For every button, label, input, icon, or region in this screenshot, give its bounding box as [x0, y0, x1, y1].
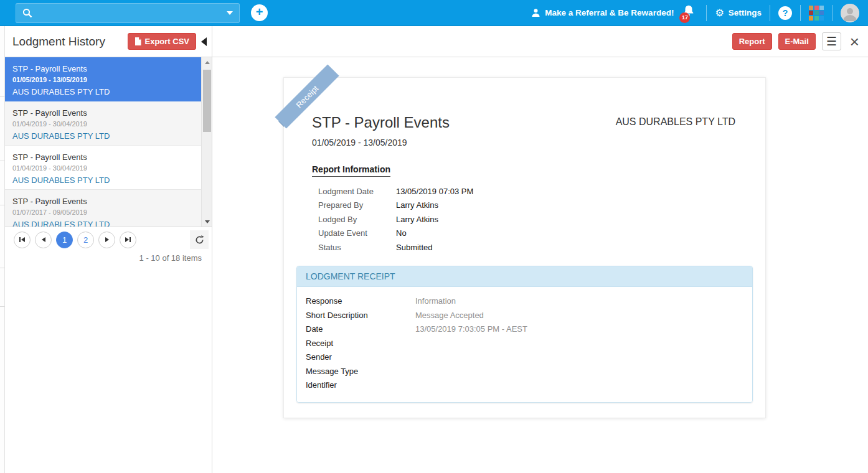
card-header: STP - Payroll Events 01/05/2019 - 13/05/…: [284, 78, 765, 148]
search-input[interactable]: [37, 8, 227, 17]
info-row: Status Submitted: [312, 240, 765, 255]
scroll-down-icon[interactable]: [202, 217, 212, 227]
list-item[interactable]: STP - Payroll Events 01/05/2019 - 13/05/…: [5, 57, 201, 101]
info-label: Status: [318, 243, 396, 252]
info-row: Lodged By Larry Atkins: [312, 212, 765, 227]
hamburger-icon: ☰: [826, 35, 837, 47]
list-item[interactable]: STP - Payroll Events 01/04/2019 - 30/04/…: [5, 146, 201, 190]
item-dates: 01/04/2019 - 30/04/2019: [12, 162, 194, 174]
global-search-combobox[interactable]: [16, 3, 240, 23]
collapse-panel-icon[interactable]: [201, 37, 207, 46]
detail-content: Receipt STP - Payroll Events 01/05/2019 …: [212, 57, 868, 473]
receipt-value: Information: [415, 296, 456, 306]
lodgment-receipt-panel: LODGMENT RECEIPT Response Information Sh…: [296, 266, 753, 403]
item-company: AUS DURABLES PTY LTD: [12, 174, 194, 186]
separator: [832, 5, 833, 21]
top-navigation-bar: + Make a Referral & Be Rewarded! 17 ⚙ Se…: [0, 0, 868, 26]
receipt-label: Response: [306, 296, 415, 306]
pager-next-button[interactable]: [98, 232, 115, 248]
receipt-row: Sender: [306, 350, 743, 365]
apps-grid-icon[interactable]: [809, 6, 824, 21]
pager-info: 1 - 10 of 18 items: [5, 253, 212, 263]
avatar-silhouette-icon: [841, 4, 859, 22]
separator: [800, 5, 801, 21]
item-title: STP - Payroll Events: [12, 196, 194, 207]
list-item[interactable]: STP - Payroll Events 01/07/2017 - 09/05/…: [5, 190, 201, 227]
item-title: STP - Payroll Events: [12, 152, 194, 162]
receipt-row: Receipt: [306, 336, 743, 350]
list-item[interactable]: STP - Payroll Events 01/04/2019 - 30/04/…: [5, 101, 201, 146]
item-title: STP - Payroll Events: [12, 63, 194, 74]
pager-page-1[interactable]: 1: [56, 232, 73, 248]
info-label: Update Event: [318, 228, 396, 238]
item-dates: 01/05/2019 - 13/05/2019: [12, 74, 194, 86]
info-label: Prepared By: [318, 200, 396, 210]
separator: [770, 5, 770, 21]
help-icon[interactable]: ?: [778, 6, 792, 20]
receipt-row: Identifier: [306, 378, 743, 393]
collapsed-side-strip[interactable]: [0, 26, 5, 473]
card-date-range: 01/05/2019 - 13/05/2019: [312, 138, 735, 148]
receipt-row: Response Information: [306, 294, 743, 309]
item-company: AUS DURABLES PTY LTD: [12, 218, 194, 227]
info-label: Lodged By: [318, 215, 396, 224]
card-company: AUS DURABLES PTY LTD: [616, 116, 735, 128]
detail-toolbar: Report E-Mail ☰ ×: [212, 26, 868, 57]
item-dates: 01/07/2017 - 09/05/2019: [12, 207, 194, 218]
refresh-button[interactable]: [190, 230, 209, 249]
pager-first-button[interactable]: [14, 232, 31, 248]
item-dates: 01/04/2019 - 30/04/2019: [12, 118, 194, 130]
receipt-label: Receipt: [306, 339, 415, 348]
separator: [706, 5, 707, 21]
person-icon: [531, 8, 540, 17]
receipt-card: Receipt STP - Payroll Events 01/05/2019 …: [283, 77, 766, 418]
receipt-label: Sender: [306, 352, 415, 362]
pager-page-2[interactable]: 2: [77, 232, 94, 248]
lodgment-list: STP - Payroll Events 01/05/2019 - 13/05/…: [5, 57, 212, 227]
referral-link[interactable]: Make a Referral & Be Rewarded!: [531, 8, 674, 17]
scroll-up-icon[interactable]: [202, 57, 212, 67]
referral-label: Make a Referral & Be Rewarded!: [545, 8, 674, 17]
info-row: Update Event No: [312, 227, 765, 241]
sidebar-header: Lodgment History Export CSV: [5, 26, 212, 57]
report-information-section: Report Information Lodgment Date 13/05/2…: [312, 164, 765, 255]
info-value: Larry Atkins: [396, 215, 438, 224]
lodgment-receipt-heading: LODGMENT RECEIPT: [297, 266, 752, 287]
scrollbar-thumb[interactable]: [203, 70, 211, 132]
settings-button[interactable]: ⚙ Settings: [715, 8, 762, 18]
info-value: Larry Atkins: [396, 200, 438, 210]
add-button[interactable]: +: [251, 4, 268, 21]
receipt-value: Message Accepted: [415, 311, 484, 320]
info-row: Prepared By Larry Atkins: [312, 199, 765, 213]
receipt-row: Short Description Message Accepted: [306, 308, 743, 322]
notifications-button[interactable]: 17: [682, 4, 698, 22]
search-icon: [22, 8, 32, 18]
menu-button[interactable]: ☰: [822, 32, 841, 50]
info-value: Submitted: [396, 243, 433, 252]
info-value: No: [396, 228, 407, 238]
export-csv-button[interactable]: Export CSV: [128, 33, 196, 50]
detail-panel: Report E-Mail ☰ × Receipt STP - Payroll …: [212, 26, 868, 473]
receipt-label: Identifier: [306, 380, 415, 390]
scrollbar[interactable]: [201, 57, 212, 227]
pagination: 1 2: [5, 227, 212, 252]
item-title: STP - Payroll Events: [12, 108, 194, 118]
pager-prev-button[interactable]: [35, 232, 52, 248]
pager-last-button[interactable]: [120, 232, 136, 248]
info-value: 13/05/2019 07:03 PM: [396, 187, 473, 196]
settings-label: Settings: [729, 8, 762, 17]
chevron-down-icon[interactable]: [227, 11, 233, 15]
gear-icon: ⚙: [715, 8, 724, 18]
email-button[interactable]: E-Mail: [778, 33, 816, 50]
close-icon[interactable]: ×: [850, 34, 859, 50]
export-csv-label: Export CSV: [144, 37, 189, 46]
receipt-label: Short Description: [306, 311, 415, 320]
lodgment-history-panel: Lodgment History Export CSV STP - Payrol…: [5, 26, 212, 473]
receipt-row: Message Type: [306, 364, 743, 378]
receipt-row: Date 13/05/2019 7:03:05 PM - AEST: [306, 322, 743, 337]
receipt-value: 13/05/2019 7:03:05 PM - AEST: [415, 324, 527, 334]
report-button[interactable]: Report: [732, 33, 772, 50]
info-row: Lodgment Date 13/05/2019 07:03 PM: [312, 184, 765, 199]
avatar[interactable]: [841, 4, 859, 22]
item-company: AUS DURABLES PTY LTD: [12, 130, 194, 142]
